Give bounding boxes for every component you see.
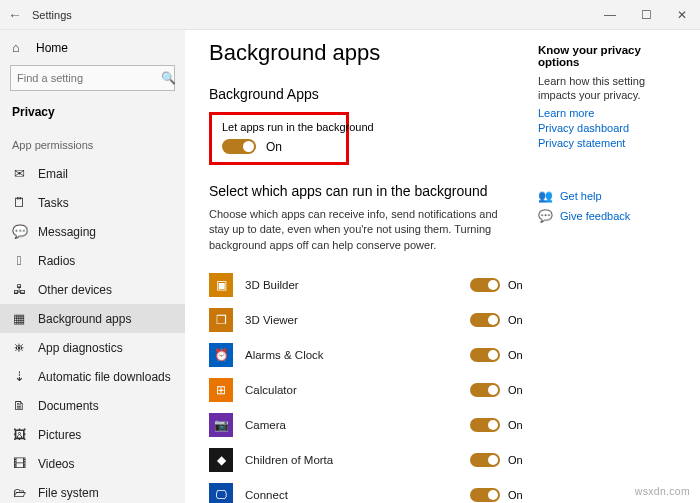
minimize-button[interactable]: —	[592, 0, 628, 30]
sidebar-icon: 🎞	[12, 456, 26, 471]
app-toggle-state: On	[508, 279, 523, 291]
sidebar-item-videos[interactable]: 🎞Videos	[0, 449, 185, 478]
app-icon: ◆	[209, 448, 233, 472]
home-icon: ⌂	[12, 40, 26, 55]
sidebar: ⌂ Home 🔍 Privacy App permissions ✉Email🗒…	[0, 30, 185, 503]
search-box[interactable]: 🔍	[10, 65, 175, 91]
close-button[interactable]: ✕	[664, 0, 700, 30]
master-toggle-label: Let apps run in the background	[222, 121, 336, 133]
app-icon: ⊞	[209, 378, 233, 402]
app-icon: 🖵	[209, 483, 233, 503]
app-toggle[interactable]	[470, 453, 500, 467]
highlight-master-toggle: Let apps run in the background On	[209, 112, 349, 165]
sidebar-item-other-devices[interactable]: 🖧Other devices	[0, 275, 185, 304]
info-title: Know your privacy options	[538, 44, 682, 68]
sidebar-item-file-system[interactable]: 🗁File system	[0, 478, 185, 503]
app-toggle[interactable]	[470, 383, 500, 397]
info-panel: Know your privacy options Learn how this…	[530, 40, 700, 503]
app-name: 3D Builder	[245, 279, 470, 291]
give-feedback-row[interactable]: 💬 Give feedback	[538, 209, 682, 223]
app-name: Calculator	[245, 384, 470, 396]
sidebar-icon: 🗎	[12, 398, 26, 413]
sidebar-item-label: Email	[38, 167, 68, 181]
sidebar-item-label: Messaging	[38, 225, 96, 239]
app-name: Connect	[245, 489, 470, 501]
app-toggle-state: On	[508, 349, 523, 361]
sidebar-section-privacy: Privacy	[0, 105, 185, 133]
section-description: Choose which apps can receive info, send…	[209, 207, 509, 253]
help-icon: 👥	[538, 189, 552, 203]
info-text: Learn how this setting impacts your priv…	[538, 74, 682, 103]
sidebar-icon: 🖼	[12, 427, 26, 442]
app-toggle[interactable]	[470, 348, 500, 362]
app-toggle[interactable]	[470, 418, 500, 432]
sidebar-icon: 𖤘	[12, 253, 26, 268]
app-name: Alarms & Clock	[245, 349, 470, 361]
watermark: wsxdn.com	[635, 485, 690, 497]
sidebar-item-email[interactable]: ✉Email	[0, 159, 185, 188]
link-privacy-statement[interactable]: Privacy statement	[538, 137, 682, 149]
sidebar-item-radios[interactable]: 𖤘Radios	[0, 246, 185, 275]
sidebar-item-tasks[interactable]: 🗒Tasks	[0, 188, 185, 217]
app-toggle-state: On	[508, 419, 523, 431]
sidebar-icon: 💬	[12, 224, 26, 239]
app-row-alarms-clock: ⏰Alarms & ClockOn	[209, 337, 530, 372]
app-icon: ▣	[209, 273, 233, 297]
app-row-calculator: ⊞CalculatorOn	[209, 372, 530, 407]
page-title: Background apps	[209, 40, 530, 66]
sidebar-item-label: Pictures	[38, 428, 81, 442]
sidebar-item-app-diagnostics[interactable]: ⛯App diagnostics	[0, 333, 185, 362]
app-icon: ❒	[209, 308, 233, 332]
sidebar-item-label: Automatic file downloads	[38, 370, 171, 384]
app-name: 3D Viewer	[245, 314, 470, 326]
sidebar-item-label: Videos	[38, 457, 74, 471]
master-toggle[interactable]	[222, 139, 256, 154]
app-toggle-state: On	[508, 454, 523, 466]
sidebar-item-background-apps[interactable]: ▦Background apps	[0, 304, 185, 333]
maximize-button[interactable]: ☐	[628, 0, 664, 30]
sidebar-item-messaging[interactable]: 💬Messaging	[0, 217, 185, 246]
section-select-apps: Select which apps can run in the backgro…	[209, 183, 530, 199]
feedback-icon: 💬	[538, 209, 552, 223]
app-name: Children of Morta	[245, 454, 470, 466]
give-feedback-link: Give feedback	[560, 210, 630, 222]
app-toggle-state: On	[508, 384, 523, 396]
sidebar-item-documents[interactable]: 🗎Documents	[0, 391, 185, 420]
sidebar-group-app-permissions: App permissions	[0, 133, 185, 159]
sidebar-item-label: Other devices	[38, 283, 112, 297]
sidebar-icon: 🗒	[12, 195, 26, 210]
app-toggle-state: On	[508, 314, 523, 326]
sidebar-item-label: App diagnostics	[38, 341, 123, 355]
app-row-3d-viewer: ❒3D ViewerOn	[209, 302, 530, 337]
sidebar-item-automatic-file-downloads[interactable]: ⇣Automatic file downloads	[0, 362, 185, 391]
get-help-link: Get help	[560, 190, 602, 202]
sidebar-item-pictures[interactable]: 🖼Pictures	[0, 420, 185, 449]
get-help-row[interactable]: 👥 Get help	[538, 189, 682, 203]
sidebar-item-label: Tasks	[38, 196, 69, 210]
sidebar-item-label: Background apps	[38, 312, 131, 326]
sidebar-icon: ⇣	[12, 369, 26, 384]
link-privacy-dashboard[interactable]: Privacy dashboard	[538, 122, 682, 134]
sidebar-item-label: Radios	[38, 254, 75, 268]
sidebar-item-label: Documents	[38, 399, 99, 413]
app-row-3d-builder: ▣3D BuilderOn	[209, 267, 530, 302]
app-row-children-of-morta: ◆Children of MortaOn	[209, 442, 530, 477]
link-learn-more[interactable]: Learn more	[538, 107, 682, 119]
sidebar-icon: 🗁	[12, 485, 26, 500]
content: Background apps Background Apps Let apps…	[209, 40, 530, 503]
app-toggle[interactable]	[470, 313, 500, 327]
sidebar-icon: ▦	[12, 311, 26, 326]
sidebar-icon: ⛯	[12, 340, 26, 355]
app-toggle[interactable]	[470, 488, 500, 502]
search-icon: 🔍	[161, 71, 176, 85]
search-input[interactable]	[11, 72, 161, 84]
home-nav[interactable]: ⌂ Home	[0, 36, 185, 65]
app-name: Camera	[245, 419, 470, 431]
app-icon: ⏰	[209, 343, 233, 367]
app-toggle[interactable]	[470, 278, 500, 292]
window-title: Settings	[30, 9, 592, 21]
back-icon[interactable]: ←	[0, 7, 30, 23]
sidebar-item-label: File system	[38, 486, 99, 500]
home-label: Home	[36, 41, 68, 55]
app-icon: 📷	[209, 413, 233, 437]
